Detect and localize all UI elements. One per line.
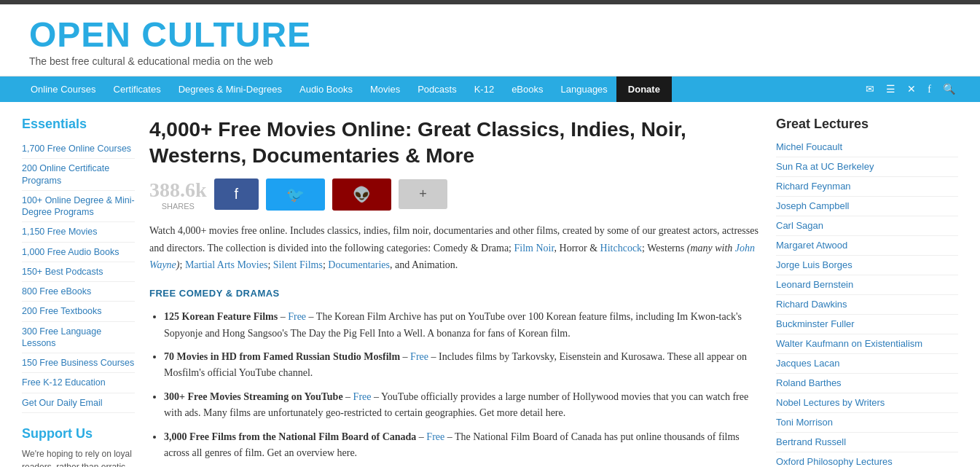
lecture-link[interactable]: Leonard Bernstein	[776, 279, 853, 290]
lecture-item: Jorge Luis Borges	[776, 256, 958, 275]
twitter-icon[interactable]: ✕	[904, 83, 919, 95]
search-icon[interactable]: 🔍	[940, 83, 958, 95]
header: OPEN CULTURE The best free cultural & ed…	[0, 4, 980, 76]
lecture-link[interactable]: Toni Morrison	[776, 417, 833, 428]
lecture-link[interactable]: Carl Sagan	[776, 220, 823, 231]
lecture-link[interactable]: Oxford Philosophy Lectures	[776, 456, 893, 467]
lecture-link[interactable]: Joseph Campbell	[776, 200, 849, 211]
essentials-item: Free K-12 Education	[22, 373, 135, 393]
essentials-link[interactable]: 1,000 Free Audio Books	[22, 246, 135, 258]
nav-link-audio-books[interactable]: Audio Books	[291, 76, 361, 102]
essentials-link[interactable]: Get Our Daily Email	[22, 397, 135, 409]
essentials-item: 1,150 Free Movies	[22, 222, 135, 242]
lecture-item: Nobel Lectures by Writers	[776, 393, 958, 413]
bullets-list: 125 Korean Feature Films – Free – The Ko…	[164, 309, 761, 467]
lecture-item: Roland Barthes	[776, 374, 958, 393]
support-us: Support Us We're hoping to rely on loyal…	[22, 426, 135, 467]
nav-link-movies[interactable]: Movies	[361, 76, 409, 102]
main-wrapper: Essentials 1,700 Free Online Courses200 …	[0, 102, 980, 467]
lecture-item: Richard Feynman	[776, 177, 958, 197]
essentials-link[interactable]: 800 Free eBooks	[22, 286, 135, 297]
essentials-title: Essentials	[22, 117, 135, 132]
essentials-link[interactable]: 150+ Best Podcasts	[22, 266, 135, 278]
nav-item: Podcasts	[409, 76, 465, 102]
nav-item: Donate	[616, 76, 672, 102]
free-link[interactable]: Free	[353, 391, 372, 402]
essentials-link[interactable]: 200 Online Certificate Programs	[22, 162, 135, 187]
list-item: 300+ Free Movies Streaming on YouTube – …	[164, 389, 761, 422]
lecture-link[interactable]: Walter Kaufmann on Existentialism	[776, 338, 922, 349]
reddit-share-button[interactable]: 👽	[332, 178, 391, 211]
twitter-share-button[interactable]: 🐦	[266, 178, 325, 211]
email-icon[interactable]: ✉	[863, 83, 877, 95]
essentials-item: 200 Online Certificate Programs	[22, 159, 135, 191]
documentaries-link[interactable]: Documentaries	[328, 259, 390, 270]
lecture-item: Toni Morrison	[776, 413, 958, 433]
essentials-item: 800 Free eBooks	[22, 282, 135, 302]
lecture-link[interactable]: Michel Foucault	[776, 141, 842, 152]
free-link[interactable]: Free	[426, 431, 444, 442]
essentials-link[interactable]: 150 Free Business Courses	[22, 357, 135, 369]
free-link[interactable]: Free	[288, 311, 306, 322]
essentials-item: 150 Free Business Courses	[22, 353, 135, 373]
lecture-link[interactable]: Roland Barthes	[776, 377, 842, 388]
lecture-link[interactable]: Margaret Atwood	[776, 240, 847, 251]
essentials-item: 200 Free Textbooks	[22, 302, 135, 321]
lecture-item: Buckminster Fuller	[776, 315, 958, 334]
article-title: 4,000+ Free Movies Online: Great Classic…	[149, 117, 761, 170]
facebook-icon[interactable]: f	[925, 84, 934, 95]
lecture-item: Sun Ra at UC Berkeley	[776, 157, 958, 177]
more-share-button[interactable]: +	[399, 179, 447, 209]
nav-link-donate[interactable]: Donate	[616, 76, 672, 102]
lecture-link[interactable]: Richard Dawkins	[776, 299, 847, 310]
nav-link-degrees--mini-degrees[interactable]: Degrees & Mini-Degrees	[170, 76, 291, 102]
list-item: 70 Movies in HD from Famed Russian Studi…	[164, 349, 761, 382]
lecture-link[interactable]: Bertrand Russell	[776, 436, 846, 447]
nav-link-podcasts[interactable]: Podcasts	[409, 76, 465, 102]
lecture-link[interactable]: Jacques Lacan	[776, 358, 839, 369]
lecture-item: Margaret Atwood	[776, 236, 958, 256]
nav-link-ebooks[interactable]: eBooks	[503, 76, 552, 102]
essentials-link[interactable]: 300 Free Language Lessons	[22, 326, 135, 350]
essentials-item: 300 Free Language Lessons	[22, 322, 135, 354]
nav-link-k-12[interactable]: K-12	[466, 76, 503, 102]
nav-link-languages[interactable]: Languages	[552, 76, 616, 102]
essentials-item: 100+ Online Degree & Mini-Degree Program…	[22, 191, 135, 223]
site-title[interactable]: OPEN CULTURE	[29, 17, 951, 52]
list-item: 3,000 Free Films from the National Film …	[164, 429, 761, 462]
site-tagline: The best free cultural & educational med…	[29, 55, 951, 67]
hitchcock-link[interactable]: Hitchcock	[600, 243, 643, 254]
nav-item: Movies	[361, 76, 409, 102]
support-text: We're hoping to rely on loyal readers, r…	[22, 447, 135, 467]
great-lectures-title: Great Lectures	[776, 117, 958, 132]
silent-films-link[interactable]: Silent Films	[273, 259, 323, 270]
article-body: Watch 4,000+ movies free online. Include…	[149, 222, 761, 467]
film-noir-link[interactable]: Film Noir	[514, 243, 554, 254]
rss-icon[interactable]: ☰	[883, 83, 898, 95]
free-link[interactable]: Free	[410, 351, 428, 362]
essentials-link[interactable]: 100+ Online Degree & Mini-Degree Program…	[22, 195, 135, 219]
martial-arts-link[interactable]: Martial Arts Movies	[185, 259, 268, 270]
lecture-link[interactable]: Richard Feynman	[776, 181, 851, 192]
essentials-link[interactable]: 1,150 Free Movies	[22, 226, 135, 238]
nav-link-certificates[interactable]: Certificates	[105, 76, 170, 102]
essentials-link[interactable]: Free K-12 Education	[22, 377, 135, 388]
nav-link-online-courses[interactable]: Online Courses	[22, 76, 105, 102]
essentials-link[interactable]: 1,700 Free Online Courses	[22, 143, 135, 154]
lecture-item: Oxford Philosophy Lectures	[776, 452, 958, 467]
great-lectures-list: Michel FoucaultSun Ra at UC BerkeleyRich…	[776, 138, 958, 467]
lecture-item: Carl Sagan	[776, 216, 958, 236]
essentials-item: Get Our Daily Email	[22, 393, 135, 413]
shares-count: 388.6k	[149, 178, 207, 201]
essentials-link[interactable]: 200 Free Textbooks	[22, 305, 135, 317]
lecture-link[interactable]: Sun Ra at UC Berkeley	[776, 161, 874, 172]
main-content: 4,000+ Free Movies Online: Great Classic…	[149, 117, 761, 467]
lecture-link[interactable]: Buckminster Fuller	[776, 318, 855, 329]
lecture-link[interactable]: Jorge Luis Borges	[776, 259, 852, 270]
lecture-link[interactable]: Nobel Lectures by Writers	[776, 397, 885, 408]
nav-item: Languages	[552, 76, 616, 102]
facebook-share-button[interactable]: f	[214, 178, 259, 210]
lecture-item: Joseph Campbell	[776, 197, 958, 216]
list-item: 125 Korean Feature Films – Free – The Ko…	[164, 309, 761, 342]
essentials-item: 150+ Best Podcasts	[22, 262, 135, 282]
